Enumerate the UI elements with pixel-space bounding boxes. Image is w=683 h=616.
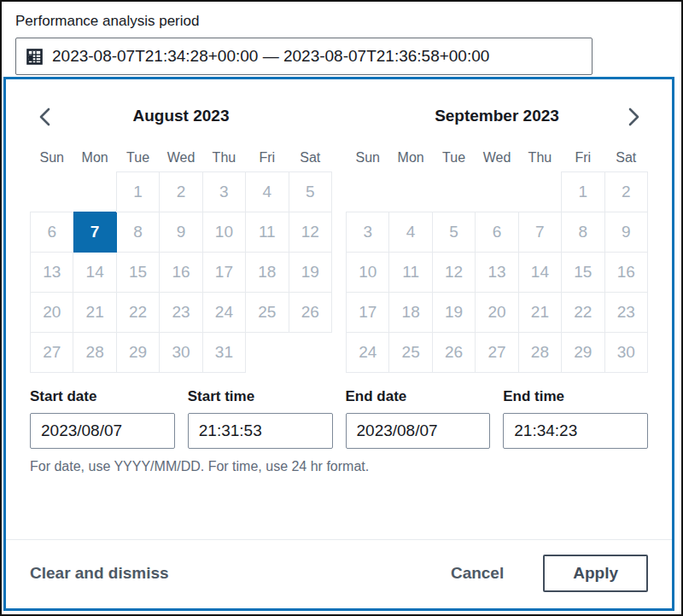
calendar-day[interactable]: 20 xyxy=(476,293,518,333)
calendar-day[interactable]: 30 xyxy=(604,333,647,373)
calendar-day[interactable]: 5 xyxy=(432,212,475,253)
calendar-day[interactable]: 18 xyxy=(246,253,289,293)
calendar-day[interactable]: 8 xyxy=(562,212,604,253)
calendar-day[interactable]: 21 xyxy=(73,293,116,333)
calendar-day[interactable]: 1 xyxy=(116,172,159,212)
calendar-day[interactable]: 3 xyxy=(347,212,389,253)
page-title: Performance analysis period xyxy=(15,13,681,30)
calendar-day[interactable]: 18 xyxy=(389,293,432,333)
calendar-day[interactable]: 16 xyxy=(604,253,647,293)
calendar-day[interactable]: 19 xyxy=(289,253,331,293)
weekday-label: Tue xyxy=(116,144,159,172)
month-title: September 2023 xyxy=(346,98,648,134)
calendar-day[interactable]: 2 xyxy=(160,172,202,212)
calendar-day[interactable]: 4 xyxy=(246,172,289,212)
calendar-day[interactable]: 24 xyxy=(347,333,389,373)
date-range-popover: August 2023 SunMonTueWedThuFriSat1234567… xyxy=(3,77,674,611)
start-time-input[interactable] xyxy=(188,413,333,449)
calendar-day[interactable]: 6 xyxy=(476,212,518,253)
calendar-day[interactable]: 10 xyxy=(202,212,245,253)
start-time-field-group: Start time xyxy=(188,388,333,449)
calendar-day[interactable]: 13 xyxy=(476,253,518,293)
calendar-empty-cell xyxy=(31,172,73,212)
calendar-day[interactable]: 8 xyxy=(116,212,159,253)
calendar-day[interactable]: 14 xyxy=(73,253,116,293)
calendar-empty-cell xyxy=(289,333,331,373)
calendar-day[interactable]: 5 xyxy=(289,172,331,212)
end-time-input[interactable] xyxy=(503,413,648,449)
calendar-empty-cell xyxy=(347,172,389,212)
calendar-day[interactable]: 11 xyxy=(389,253,432,293)
calendar-day[interactable]: 16 xyxy=(160,253,202,293)
calendar-day[interactable]: 26 xyxy=(289,293,331,333)
start-date-input[interactable] xyxy=(30,413,175,449)
calendar-day[interactable]: 17 xyxy=(347,293,389,333)
range-fields-row: Start date Start time End date End time xyxy=(6,373,672,449)
calendar-day[interactable]: 2 xyxy=(604,172,647,212)
weekday-label: Thu xyxy=(202,144,245,172)
calendar-day[interactable]: 22 xyxy=(116,293,159,333)
calendar-day[interactable]: 6 xyxy=(31,212,73,253)
calendar-day-selected[interactable]: 7 xyxy=(73,212,116,253)
calendars-row: August 2023 SunMonTueWedThuFriSat1234567… xyxy=(6,79,672,373)
calendar-day[interactable]: 13 xyxy=(31,253,73,293)
popover-footer: Clear and dismiss Cancel Apply xyxy=(6,539,672,608)
calendar-day[interactable]: 27 xyxy=(476,333,518,373)
calendar-empty-cell xyxy=(432,172,475,212)
clear-and-dismiss-button[interactable]: Clear and dismiss xyxy=(30,564,169,583)
end-time-label: End time xyxy=(503,388,648,405)
calendar-day[interactable]: 15 xyxy=(116,253,159,293)
calendar-day[interactable]: 23 xyxy=(604,293,647,333)
calendar-day[interactable]: 1 xyxy=(562,172,604,212)
calendar-day[interactable]: 24 xyxy=(202,293,245,333)
format-hint-text: For date, use YYYY/MM/DD. For time, use … xyxy=(6,449,672,474)
weekday-label: Wed xyxy=(476,144,518,172)
calendar-day[interactable]: 20 xyxy=(31,293,73,333)
weekday-label: Fri xyxy=(562,144,604,172)
calendar-empty-cell xyxy=(246,333,289,373)
chevron-left-icon xyxy=(38,107,51,127)
calendar-day[interactable]: 14 xyxy=(518,253,561,293)
calendar-day[interactable]: 9 xyxy=(160,212,202,253)
calendar-day[interactable]: 12 xyxy=(432,253,475,293)
calendar-day[interactable]: 12 xyxy=(289,212,331,253)
calendar-day[interactable]: 4 xyxy=(389,212,432,253)
next-month-button[interactable] xyxy=(621,104,646,130)
calendar-empty-cell xyxy=(389,172,432,212)
calendar-day[interactable]: 7 xyxy=(518,212,561,253)
calendar-day[interactable]: 17 xyxy=(202,253,245,293)
calendar-day[interactable]: 21 xyxy=(518,293,561,333)
calendar-day[interactable]: 25 xyxy=(246,293,289,333)
calendar-day[interactable]: 3 xyxy=(202,172,245,212)
calendar-day[interactable]: 9 xyxy=(604,212,647,253)
weekday-label: Sat xyxy=(289,144,331,172)
calendar-day[interactable]: 28 xyxy=(518,333,561,373)
calendar-day[interactable]: 30 xyxy=(160,333,202,373)
calendar-empty-cell xyxy=(476,172,518,212)
calendar-day[interactable]: 19 xyxy=(432,293,475,333)
calendar-day[interactable]: 23 xyxy=(160,293,202,333)
calendar-empty-cell xyxy=(518,172,561,212)
calendar-september-header: September 2023 xyxy=(346,98,648,134)
date-range-trigger-field[interactable]: 2023-08-07T21:34:28+00:00 — 2023-08-07T2… xyxy=(15,38,593,75)
calendar-day[interactable]: 25 xyxy=(389,333,432,373)
end-time-field-group: End time xyxy=(503,388,648,449)
calendar-day[interactable]: 27 xyxy=(31,333,73,373)
calendar-day[interactable]: 10 xyxy=(347,253,389,293)
calendar-august-header: August 2023 xyxy=(30,98,332,134)
end-date-input[interactable] xyxy=(346,413,491,449)
cancel-button[interactable]: Cancel xyxy=(451,564,504,583)
calendar-day[interactable]: 26 xyxy=(432,333,475,373)
calendar-day[interactable]: 15 xyxy=(562,253,604,293)
month-title: August 2023 xyxy=(30,98,332,134)
calendar-day[interactable]: 31 xyxy=(202,333,245,373)
apply-button[interactable]: Apply xyxy=(543,555,648,592)
calendar-day[interactable]: 28 xyxy=(73,333,116,373)
calendar-day[interactable]: 11 xyxy=(246,212,289,253)
calendar-day[interactable]: 29 xyxy=(116,333,159,373)
weekday-label: Thu xyxy=(518,144,561,172)
calendar-day[interactable]: 22 xyxy=(562,293,604,333)
weekday-label: Sun xyxy=(347,144,389,172)
calendar-day[interactable]: 29 xyxy=(562,333,604,373)
previous-month-button[interactable] xyxy=(32,104,57,130)
